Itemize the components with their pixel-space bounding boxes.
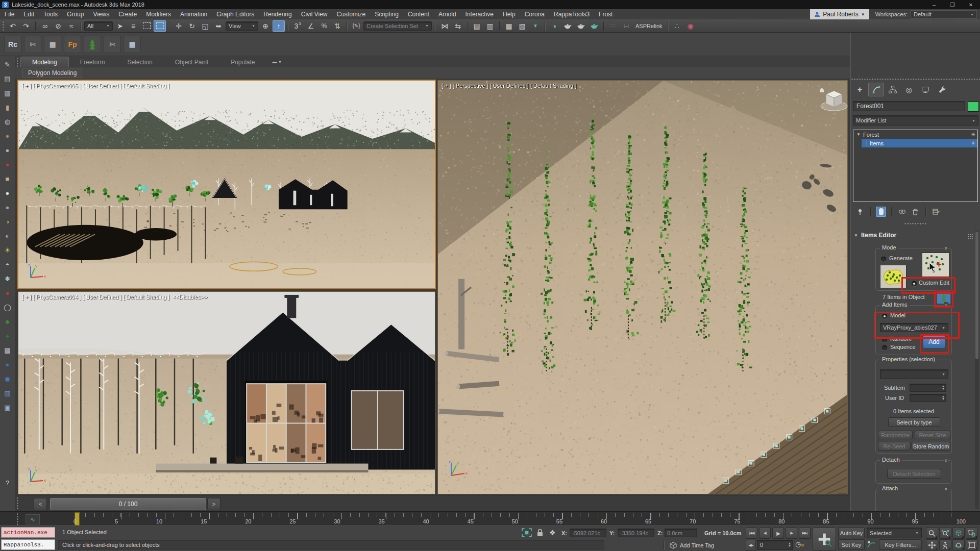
make-unique-icon[interactable] [897,207,907,217]
panel-scrollbar[interactable] [975,231,979,509]
named-selection-set-dropdown[interactable]: Create Selection Set▼ [363,21,432,31]
zoom-region-icon[interactable] [966,528,978,539]
menu-edit[interactable]: Edit [19,11,39,18]
viewport-label[interactable]: [ + ] [ PhysCamera004 ] [ User Defined ]… [22,294,208,300]
cylinder-primitive-icon[interactable]: ▮ [2,101,14,113]
window-crossing-toggle-icon[interactable] [154,20,166,32]
set-key-button[interactable]: Set Key [838,539,865,550]
plugin-slider-icon[interactable]: ∺ [620,20,632,32]
maximize-button[interactable]: ❐ [943,0,962,9]
shrub-icon[interactable]: ♣ [2,315,14,328]
next-frame-button[interactable]: > [207,498,220,510]
render-cloud-icon[interactable]: ▼ [529,20,542,32]
modifier-stack[interactable]: ▼ Forest ✳ ┊ Items ✳ [853,130,978,202]
add-button[interactable]: Add [923,335,945,348]
perspective-render[interactable] [438,81,847,494]
selection-filter-dropdown[interactable]: All▼ [84,21,113,31]
select-and-rotate-icon[interactable]: ↻ [186,20,198,32]
maximize-viewport-toggle-icon[interactable] [966,539,978,550]
pencil-tool-icon[interactable]: ✎ [2,58,14,70]
menu-file[interactable]: File [0,11,19,18]
rectangular-selection-region-icon[interactable] [140,20,153,32]
pin-stack-icon[interactable] [855,207,865,217]
reseed-button[interactable]: Re-Seed [878,442,911,450]
snowflake-icon[interactable]: ❄ [2,272,14,285]
layers-blue-icon[interactable]: ▥ [2,387,14,399]
pot-primitive-icon[interactable]: ◍ [2,115,14,128]
x-coordinate-field[interactable]: -5092.021c [570,529,606,537]
random-radio[interactable] [882,337,887,342]
mirror-icon[interactable]: ⋈ [438,20,451,32]
railclone-button[interactable]: Rc [4,36,21,53]
menu-frost[interactable]: Frost [594,11,617,18]
grid-tool-icon-2[interactable]: ▦ [2,344,14,356]
zoom-all-icon[interactable] [939,528,951,539]
material-editor-icon[interactable]: ◑ [548,20,560,32]
select-and-move-icon[interactable]: ✛ [173,20,185,32]
sequence-radio[interactable] [882,345,887,350]
previous-frame-button[interactable]: < [34,498,47,510]
menu-rendering[interactable]: Rendering [259,11,296,18]
collapse-chevron-icon[interactable]: » [944,457,948,463]
polygon-modeling-panel-button[interactable]: Polygon Modeling [22,68,82,78]
create-tab[interactable]: + [852,83,868,96]
redo-icon[interactable]: ↷ [20,20,32,32]
modifier-list-dropdown[interactable]: Modifier List ▼ [853,115,978,126]
motion-tab[interactable]: ◎ [901,83,917,96]
help-icon[interactable]: ? [2,477,14,489]
viewport-physcamera004[interactable]: [ + ] [ PhysCamera004 ] [ User Defined ]… [18,292,435,494]
knife-tool-icon-2[interactable]: ✄ [104,36,121,53]
use-pivot-point-center-icon[interactable]: ⊕ [259,20,272,32]
minimize-button[interactable]: – [925,0,943,9]
hemisphere-icon[interactable]: ◐ [2,230,14,242]
auto-key-button[interactable]: Auto Key [838,528,865,538]
fir-tree-icon[interactable]: ♠ [2,330,14,342]
menu-interactive[interactable]: Interactive [461,11,498,18]
properties-item-dropdown[interactable]: ▼ [880,369,948,379]
sphere-red-icon[interactable]: ● [2,158,14,170]
menu-group[interactable]: Group [62,11,88,18]
custom-edit-radio[interactable] [912,281,917,286]
pan-view-icon[interactable] [926,539,938,550]
ribbon-tab-modeling[interactable]: Modeling [20,57,69,67]
time-configuration-icon[interactable]: ◷⚙ [795,540,804,548]
grid-tool-icon[interactable]: ▦ [2,87,14,99]
torus-icon[interactable]: ◯ [2,301,14,313]
ribbon-minimize-icon[interactable]: ▬▼ [271,58,284,65]
menu-customize[interactable]: Customize [332,11,371,18]
menu-modifiers[interactable]: Modifiers [141,11,176,18]
add-time-tag[interactable]: Add Time Tag [680,542,714,548]
ribbon-tab-populate[interactable]: Populate [219,57,266,67]
model-dropdown[interactable]: VRayProxy_abies027 ▼ [880,323,948,332]
select-object-icon[interactable]: ➤ [114,20,126,32]
physcamera004-render[interactable] [18,292,435,494]
user-account-menu[interactable]: Paul Roberts ▼ [810,9,869,19]
sphere-gray-icon[interactable]: ● [2,144,14,156]
generate-radio[interactable] [881,257,886,262]
menu-animation[interactable]: Animation [176,11,212,18]
sphere-blue-icon[interactable]: ● [2,358,14,370]
collapse-chevron-icon[interactable]: » [944,302,948,308]
isolate-selection-icon[interactable] [522,528,532,537]
snaps-toggle-icon[interactable]: 33 [291,20,304,32]
select-by-type-button[interactable]: Select by type [888,417,940,427]
viewport-label[interactable]: [ + ] [ PhysCamera005 ] [ User Defined ]… [22,83,169,89]
plugin-grid-icon[interactable]: ∷∷ [607,20,619,32]
menu-civil-view[interactable]: Civil View [297,11,332,18]
orbit-icon[interactable] [952,539,965,550]
go-to-end-button[interactable]: ▶▶| [799,528,811,539]
collapse-chevron-icon[interactable]: » [944,486,948,492]
toolbar-grip[interactable] [2,21,5,31]
menu-graph-editors[interactable]: Graph Editors [212,11,259,18]
close-button[interactable]: ✕ [962,0,980,9]
spinner-snap-icon[interactable]: ⇅ [331,20,344,32]
play-button[interactable]: ▶ [772,528,784,539]
dome-icon[interactable]: ◓ [2,258,14,270]
zoom-icon[interactable] [926,528,938,539]
viewport-label[interactable]: [ + ] [ Perspective ] [ User Defined ] [… [442,83,576,89]
track-bar-grip[interactable] [16,513,19,525]
next-frame-button[interactable]: |▶ [786,528,797,539]
sun-icon[interactable]: ☀ [2,244,14,256]
workspace-dropdown[interactable]: Default ▼ [911,10,977,19]
modify-tab[interactable] [868,83,884,96]
